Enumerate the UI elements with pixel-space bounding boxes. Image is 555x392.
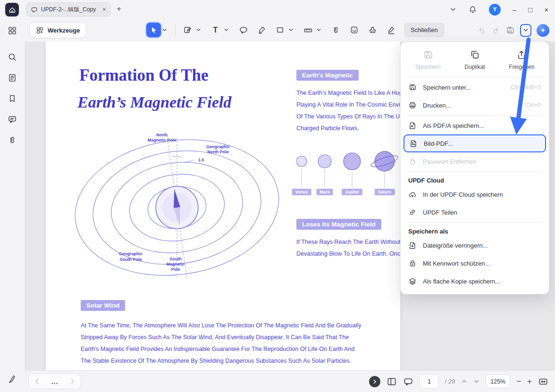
pdf-page: Formation Of The Earth’s Magnetic Field …: [46, 42, 400, 370]
intro-line: Playing A Vital Role In The Cosmic Envir…: [296, 99, 400, 111]
paperclip-icon: [331, 25, 340, 34]
diagram-label-geo-south-1: Geographic: [119, 251, 143, 256]
measure-tool-button[interactable]: [301, 23, 315, 37]
menu-item-bild-pdf[interactable]: Bild-PDF...: [404, 134, 546, 152]
signature-pen-icon: [387, 25, 396, 35]
undo-icon[interactable]: [477, 26, 486, 35]
toolbar-divider: [175, 25, 176, 36]
titlebar-right-controls: Y – □ ×: [450, 0, 548, 19]
menu-divider: [407, 222, 542, 223]
menu-item-flache-kopie[interactable]: Als flache Kopie speichern...: [401, 272, 549, 290]
minimize-button[interactable]: –: [513, 6, 516, 13]
titlebar-chevron-down-icon[interactable]: [450, 6, 456, 13]
select-tool-chevron-icon[interactable]: [161, 23, 168, 37]
printer-icon: [408, 101, 417, 109]
werkzeuge-button[interactable]: Werkzeuge: [29, 22, 86, 38]
intro-text-column: The Earth's Magnetic Field Is Like A Hug…: [296, 87, 400, 134]
menu-section-speichern-als: Speichern als: [401, 224, 549, 236]
diagram-label-south-3: Pole: [171, 267, 180, 272]
attachment-tool-button[interactable]: [328, 23, 343, 37]
menu-duplikat-button[interactable]: Duplikat: [451, 50, 498, 70]
sidebar-item-signature[interactable]: [4, 370, 20, 386]
tab-close-icon[interactable]: ×: [102, 6, 106, 13]
redo-icon[interactable]: [491, 26, 500, 35]
zoom-in-button[interactable]: +: [527, 377, 532, 385]
intro-line: Of The Various Types Of Rays In The Univ: [296, 111, 400, 123]
menu-item-passwort-entfernen[interactable]: Passwort Entfernen: [401, 152, 549, 170]
page-total-label: / 29: [445, 378, 455, 385]
save-history-icon[interactable]: [505, 25, 515, 35]
updf-ai-button[interactable]: ✦: [537, 24, 549, 37]
select-tool-button[interactable]: [146, 23, 161, 37]
sidebar-item-attachments[interactable]: [4, 132, 20, 148]
menu-item-label: Passwort Entfernen: [423, 158, 476, 165]
menu-item-dateigroesse-verringern[interactable]: Dateigröße verringern...: [401, 236, 549, 254]
page-number-input[interactable]: [420, 374, 438, 389]
edit-tool-chevron-icon[interactable]: [195, 23, 202, 37]
shape-tool-button[interactable]: [273, 23, 287, 37]
menu-item-mit-kennwort-schuetzen[interactable]: Mit Kennwort schützen...: [401, 254, 549, 272]
updf-tab-icon: [31, 6, 38, 13]
menu-freigeben-button[interactable]: Freigeben: [498, 50, 545, 70]
rectangle-shape-icon: [276, 25, 285, 34]
highlighter-tool-button[interactable]: [254, 23, 269, 37]
ink-pen-icon: [8, 374, 17, 383]
expand-panel-button[interactable]: [369, 376, 380, 387]
save-options-chevron-button[interactable]: [520, 24, 531, 37]
comment-panel-icon[interactable]: [403, 376, 413, 387]
save-dropdown-menu: Speichern Duplikat Freigeben Speichern u…: [400, 42, 549, 294]
more-pages-button[interactable]: ...: [51, 378, 59, 385]
doc-title-line2: Earth’s Magnetic Field: [77, 93, 231, 111]
zoom-out-button[interactable]: −: [516, 377, 521, 385]
sidebar-item-bookmarks[interactable]: [4, 91, 20, 107]
menu-item-pdfa[interactable]: Als PDF/A speichern...: [401, 117, 549, 134]
nav-forward-chevron-icon[interactable]: [69, 378, 76, 384]
sidebar-item-search[interactable]: [4, 49, 20, 65]
user-avatar[interactable]: Y: [489, 4, 501, 16]
loses-text-column: If These Rays Reach The Earth Without O …: [296, 236, 400, 260]
cloud-upload-icon: [408, 190, 417, 199]
menu-item-drucken[interactable]: Drucken... Ctrl+P: [401, 96, 549, 114]
signature-tool-button[interactable]: [384, 23, 398, 37]
new-tab-button[interactable]: +: [117, 4, 121, 14]
text-tool-button[interactable]: T: [208, 23, 223, 37]
measure-tool-chevron-icon[interactable]: [315, 23, 322, 37]
window-close-button[interactable]: ×: [544, 6, 548, 13]
stamp-tool-button[interactable]: [365, 23, 380, 37]
menu-item-cloud-speichern[interactable]: In der UPDF Cloud speichern: [401, 185, 549, 203]
zoom-level-select[interactable]: 125%: [486, 375, 510, 388]
sidebar-item-pages[interactable]: [4, 70, 20, 86]
diagram-label-angle: 1.5: [198, 158, 204, 162]
comment-bubble-icon: [239, 25, 248, 35]
shape-tool-chevron-icon[interactable]: [287, 23, 294, 37]
nav-back-chevron-icon[interactable]: [34, 378, 40, 384]
badge-earths-magnetic: Earth's Magnetic: [296, 70, 359, 81]
menu-item-updf-teilen[interactable]: UPDF Teilen: [401, 203, 549, 221]
image-pdf-icon: [409, 139, 418, 148]
home-button[interactable]: [5, 3, 19, 17]
notifications-bell-icon[interactable]: [468, 5, 477, 14]
text-tool-chevron-icon[interactable]: [223, 23, 229, 37]
chevron-down-icon: [523, 27, 529, 33]
menu-item-speichern-unter[interactable]: Speichern unter... Ctrl+Shift+S: [401, 78, 549, 96]
sidebar-item-apps[interactable]: [4, 23, 20, 39]
cursor-icon: [150, 26, 158, 34]
edit-pdf-tool-button[interactable]: [180, 23, 195, 37]
fit-width-icon[interactable]: [538, 376, 548, 387]
sidebar-item-comments[interactable]: [4, 111, 20, 127]
sticker-tool-button[interactable]: [347, 23, 362, 37]
reading-view-icon[interactable]: [387, 376, 397, 387]
home-icon: [8, 6, 17, 14]
menu-divider: [407, 115, 542, 116]
planets-graphic: Venus Mars Jupiter Saturn: [296, 150, 400, 203]
planet-label-venus: Venus: [292, 189, 311, 195]
comment-tool-button[interactable]: [236, 23, 251, 37]
menu-speichern-button[interactable]: Speichern: [404, 50, 451, 70]
menu-item-label: Dateigröße verringern...: [423, 242, 488, 249]
previous-page-chevron-up-icon[interactable]: [461, 378, 467, 384]
document-tab[interactable]: UPDF-2-...辑版_Copy ×: [26, 2, 111, 17]
schliessen-button[interactable]: Schließen: [404, 23, 445, 37]
next-page-chevron-down-icon[interactable]: [473, 378, 479, 384]
menu-duplikat-label: Duplikat: [464, 64, 485, 70]
maximize-button[interactable]: □: [528, 6, 532, 13]
